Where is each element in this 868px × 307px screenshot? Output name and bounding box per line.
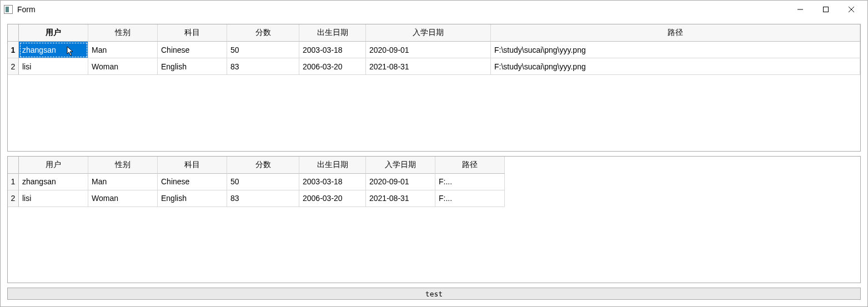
table-2-cell[interactable]: 2020-09-01: [366, 174, 435, 190]
close-button[interactable]: [839, 1, 864, 18]
close-icon: [849, 7, 854, 12]
table-2-header-score[interactable]: 分数: [227, 157, 299, 174]
form-window: Form 用户 性别 科目 分数 出生日期 入学日期: [0, 0, 868, 307]
table-2-cell[interactable]: 50: [227, 174, 299, 190]
table-2-cell[interactable]: Chinese: [158, 174, 227, 190]
table-1[interactable]: 用户 性别 科目 分数 出生日期 入学日期 路径 1 zhangsan Man …: [8, 24, 860, 75]
table-1-cell[interactable]: 2021-08-31: [366, 58, 491, 75]
table-1-cell[interactable]: zhangsan: [19, 42, 88, 58]
content-area: 用户 性别 科目 分数 出生日期 入学日期 路径 1 zhangsan Man …: [1, 18, 867, 306]
table-1-cell[interactable]: Chinese: [158, 42, 227, 58]
table-2-rowheader-2[interactable]: 2: [8, 190, 19, 207]
app-icon: [4, 5, 13, 14]
table-2-cell[interactable]: 2003-03-18: [299, 174, 366, 190]
table-1-panel: 用户 性别 科目 分数 出生日期 入学日期 路径 1 zhangsan Man …: [7, 24, 861, 152]
table-1-header-path[interactable]: 路径: [491, 24, 860, 42]
table-1-cell[interactable]: English: [158, 58, 227, 75]
minimize-button[interactable]: [787, 1, 813, 18]
window-controls: [787, 1, 864, 18]
table-1-rowheader-1[interactable]: 1: [8, 42, 19, 58]
table-2-corner[interactable]: [8, 157, 19, 174]
table-1-rowheader-2[interactable]: 2: [8, 58, 19, 75]
table-1-corner[interactable]: [8, 24, 19, 42]
table-1-cell[interactable]: Man: [88, 42, 158, 58]
table-1-header-subject[interactable]: 科目: [158, 24, 227, 42]
table-2-cell[interactable]: lisi: [19, 190, 88, 207]
titlebar[interactable]: Form: [1, 1, 867, 18]
table-1-cell[interactable]: F:\study\sucai\png\yyy.png: [491, 42, 860, 58]
table-2[interactable]: 用户 性别 科目 分数 出生日期 入学日期 路径 1 zhangsan Man …: [8, 157, 860, 207]
table-2-header-gender[interactable]: 性别: [88, 157, 158, 174]
table-2-header-subject[interactable]: 科目: [158, 157, 227, 174]
table-2-cell[interactable]: F:...: [435, 190, 505, 207]
table-2-cell[interactable]: zhangsan: [19, 174, 88, 190]
table-1-header-user[interactable]: 用户: [19, 24, 88, 42]
table-2-cell[interactable]: F:...: [435, 174, 505, 190]
table-2-cell[interactable]: 2006-03-20: [299, 190, 366, 207]
minimize-icon: [797, 7, 803, 12]
maximize-button[interactable]: [813, 1, 839, 18]
table-1-cell[interactable]: 50: [227, 42, 299, 58]
table-2-panel: 用户 性别 科目 分数 出生日期 入学日期 路径 1 zhangsan Man …: [7, 156, 861, 284]
cursor-icon: [67, 46, 74, 56]
table-2-rowheader-1[interactable]: 1: [8, 174, 19, 190]
table-1-header-birthdate[interactable]: 出生日期: [299, 24, 366, 42]
test-button-label: test: [425, 290, 443, 298]
table-1-cell[interactable]: F:\study\sucai\png\yyy.png: [491, 58, 860, 75]
table-1-cell[interactable]: 2020-09-01: [366, 42, 491, 58]
table-1-cell[interactable]: 83: [227, 58, 299, 75]
table-2-cell[interactable]: English: [158, 190, 227, 207]
table-2-header-path[interactable]: 路径: [435, 157, 505, 174]
table-1-cell[interactable]: 2006-03-20: [299, 58, 366, 75]
table-1-header-gender[interactable]: 性别: [88, 24, 158, 42]
table-2-cell[interactable]: Man: [88, 174, 158, 190]
table-2-header-user[interactable]: 用户: [19, 157, 88, 174]
table-2-cell[interactable]: Woman: [88, 190, 158, 207]
table-1-header-score[interactable]: 分数: [227, 24, 299, 42]
table-2-header-birthdate[interactable]: 出生日期: [299, 157, 366, 174]
test-button[interactable]: test: [7, 288, 861, 300]
table-1-cell[interactable]: Woman: [88, 58, 158, 75]
table-2-header-enrolldate[interactable]: 入学日期: [366, 157, 435, 174]
table-2-cell[interactable]: 2021-08-31: [366, 190, 435, 207]
svg-rect-1: [824, 7, 829, 12]
table-2-cell[interactable]: 83: [227, 190, 299, 207]
table-1-header-enrolldate[interactable]: 入学日期: [366, 24, 491, 42]
table-1-cell[interactable]: lisi: [19, 58, 88, 75]
table-1-cell[interactable]: 2003-03-18: [299, 42, 366, 58]
maximize-icon: [823, 7, 829, 12]
window-title: Form: [17, 5, 36, 14]
